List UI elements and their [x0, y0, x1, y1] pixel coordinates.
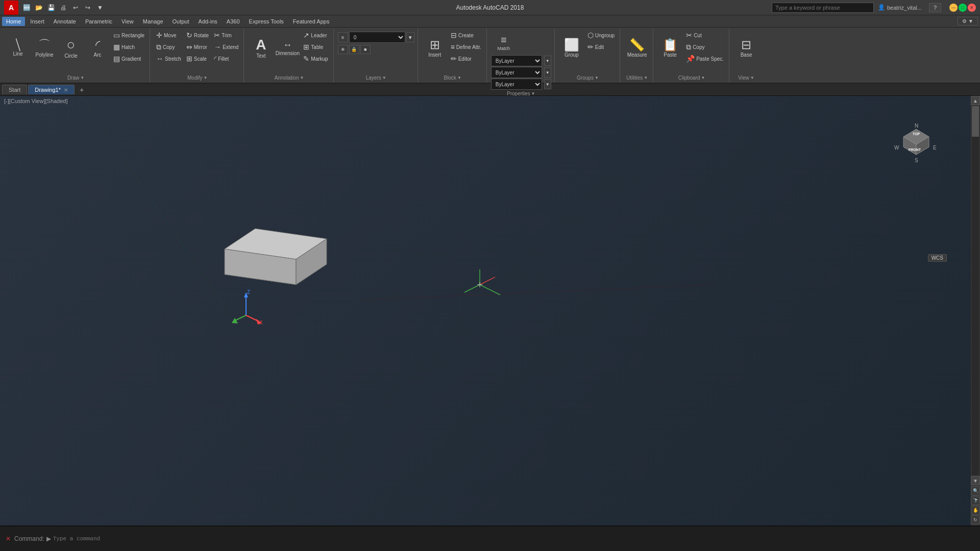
command-input-field[interactable]: [53, 536, 976, 542]
minimize-btn[interactable]: —: [949, 4, 958, 12]
scroll-up-btn[interactable]: ▲: [971, 96, 980, 105]
tab-close-btn[interactable]: ✕: [64, 87, 68, 93]
move-btn[interactable]: ✛ Move: [154, 30, 183, 41]
copy-btn[interactable]: ⧉ Copy: [154, 41, 183, 53]
lineweight-dropdown-btn[interactable]: ▼: [544, 79, 551, 89]
leader-btn[interactable]: ↗ Leader: [301, 30, 330, 41]
menu-insert[interactable]: Insert: [26, 17, 48, 26]
zoom-in-btn[interactable]: 🔍: [971, 486, 980, 495]
maximize-btn[interactable]: □: [959, 4, 967, 12]
text-btn[interactable]: A Text: [248, 30, 274, 66]
block-editor-btn[interactable]: ✏ Editor: [449, 53, 483, 64]
color-select[interactable]: ByLayer: [491, 55, 542, 66]
clipboard-group-label[interactable]: Clipboard ▼: [657, 74, 726, 82]
scale-icon: ⊞: [186, 55, 192, 63]
search-input[interactable]: [772, 3, 874, 13]
nav-cube[interactable]: TOP FRONT W E N S: [893, 121, 939, 178]
gradient-btn[interactable]: ▤ Gradient: [111, 53, 146, 64]
workspace-btn[interactable]: ⚙ ▼: [958, 17, 978, 26]
linetype-select[interactable]: ByLayer: [491, 67, 542, 78]
save-btn[interactable]: 💾: [46, 3, 56, 13]
block-group-label[interactable]: Block ▼: [422, 74, 483, 82]
circle-btn[interactable]: ○ Circle: [58, 30, 84, 66]
color-dropdown-btn[interactable]: ▼: [544, 56, 551, 66]
layer-properties-btn[interactable]: ≡: [338, 32, 348, 42]
hatch-btn[interactable]: ▦ Hatch: [111, 41, 146, 53]
stretch-btn[interactable]: ↔ Stretch: [154, 53, 183, 64]
define-attribute-btn[interactable]: ≡ Define Attr.: [449, 41, 483, 53]
arc-btn[interactable]: ◜ Arc: [85, 30, 110, 66]
dimension-btn[interactable]: ↔ Dimension: [275, 30, 300, 66]
polyline-btn[interactable]: ⌒ Polyline: [32, 30, 57, 66]
linetype-dropdown-btn[interactable]: ▼: [544, 67, 551, 78]
groups-group-label[interactable]: Groups ▼: [559, 74, 617, 82]
menu-output[interactable]: Output: [168, 17, 193, 26]
measure-btn[interactable]: 📏 Measure: [624, 30, 650, 66]
fillet-btn[interactable]: ◜ Fillet: [212, 53, 240, 64]
scale-btn[interactable]: ⊞ Scale: [184, 53, 211, 64]
layer-freeze-btn[interactable]: ❄: [338, 45, 348, 54]
orbit-btn[interactable]: ↻: [971, 515, 980, 524]
paste-special-btn[interactable]: 📌 Paste Spec.: [684, 53, 726, 64]
new-file-btn[interactable]: 🆕: [21, 3, 32, 13]
menu-a360[interactable]: A360: [223, 17, 244, 26]
group-edit-btn[interactable]: ✏ Edit: [585, 41, 617, 53]
base-btn[interactable]: ⊟ Base: [733, 30, 759, 66]
new-tab-btn[interactable]: +: [76, 85, 88, 95]
help-btn[interactable]: ?: [929, 3, 941, 12]
lineweight-select[interactable]: ByLayer: [491, 79, 542, 90]
pan-btn[interactable]: ✋: [971, 506, 980, 515]
redo-btn[interactable]: ↪: [83, 3, 93, 13]
menu-annotate[interactable]: Annotate: [50, 17, 80, 26]
rectangle-btn[interactable]: ▭ Rectangle: [111, 30, 146, 41]
cut-btn[interactable]: ✂ Cut: [684, 30, 726, 41]
table-btn[interactable]: ⊞ Table: [301, 41, 330, 53]
layer-select[interactable]: 0: [349, 32, 405, 43]
menu-manage[interactable]: Manage: [139, 17, 167, 26]
menu-home[interactable]: Home: [2, 17, 25, 26]
menu-parametric[interactable]: Parametric: [81, 17, 116, 26]
command-close-btn[interactable]: ✕: [4, 535, 12, 543]
close-btn[interactable]: ✕: [968, 4, 976, 12]
menu-addins[interactable]: Add-ins: [194, 17, 222, 26]
layer-color-btn[interactable]: ■: [360, 45, 371, 54]
ungroup-btn[interactable]: ⬡ Ungroup: [585, 30, 617, 41]
rotate-btn[interactable]: ↻ Rotate: [184, 30, 211, 41]
open-btn[interactable]: 📂: [34, 3, 44, 13]
menu-view[interactable]: View: [117, 17, 138, 26]
tab-drawing1[interactable]: Drawing1* ✕: [28, 85, 75, 94]
match-properties-btn[interactable]: ≡ Match: [491, 32, 517, 54]
menu-express-tools[interactable]: Express Tools: [245, 17, 288, 26]
markup-btn[interactable]: ✎ Markup: [301, 53, 330, 64]
canvas-main[interactable]: [-][Custom View][Shaded] Z: [0, 96, 980, 525]
insert-btn[interactable]: ⊞ Insert: [422, 30, 448, 66]
layer-dropdown-arrow[interactable]: ▼: [406, 32, 414, 42]
mirror-btn[interactable]: ⇔ Mirror: [184, 41, 211, 53]
undo-btn[interactable]: ↩: [70, 3, 81, 13]
copy-text-btn[interactable]: ⧉ Copy: [684, 41, 726, 53]
modify-col3: ✂ Trim → Extend ◜ Fillet: [212, 30, 240, 64]
scroll-down-btn[interactable]: ▼: [971, 476, 980, 485]
ucs-axes: Z X: [231, 285, 272, 325]
view-group-label[interactable]: View ▼: [733, 74, 759, 82]
draw-group-label[interactable]: Draw ▼: [5, 74, 146, 82]
copy-icon: ⧉: [156, 43, 161, 52]
line-btn[interactable]: ╱ Line: [5, 30, 31, 66]
group-btn[interactable]: ⬜ Group: [559, 30, 584, 66]
menu-featured-apps[interactable]: Featured Apps: [289, 17, 334, 26]
layer-lock-btn[interactable]: 🔒: [349, 45, 359, 54]
paste-btn[interactable]: 📋 Paste: [657, 30, 683, 66]
annotation-group-label[interactable]: Annotation ▼: [248, 74, 330, 82]
tab-start[interactable]: Start: [2, 85, 27, 94]
create-block-btn[interactable]: ⊟ Create: [449, 30, 483, 41]
qa-dropdown-btn[interactable]: ▼: [95, 3, 105, 13]
scroll-thumb-vertical[interactable]: [972, 106, 979, 137]
zoom-out-btn[interactable]: 🔭: [971, 496, 980, 505]
utilities-group-label[interactable]: Utilities ▼: [624, 74, 650, 82]
print-btn[interactable]: 🖨: [58, 3, 68, 13]
extend-btn[interactable]: → Extend: [212, 41, 240, 53]
create-block-icon: ⊟: [451, 31, 457, 39]
modify-group-label[interactable]: Modify ▼: [154, 74, 240, 82]
layers-group-label[interactable]: Layers ▼: [338, 74, 414, 82]
trim-btn[interactable]: ✂ Trim: [212, 30, 240, 41]
